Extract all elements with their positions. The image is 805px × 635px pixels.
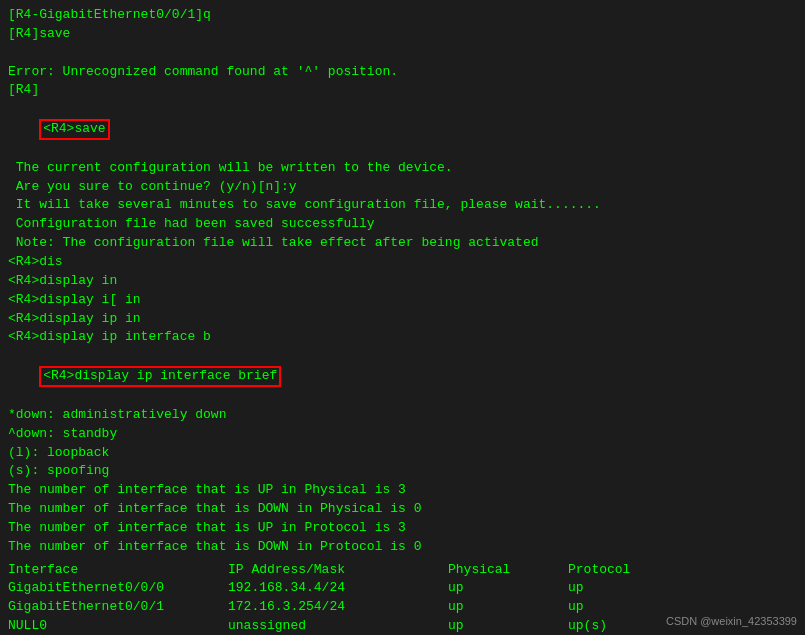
line-display-in: <R4>display in [8,272,797,291]
table-row: GigabitEthernet0/0/0 192.168.34.4/24 up … [8,579,797,598]
line-display-ip-b: <R4>display ip interface b [8,328,797,347]
display-brief-command-highlight: <R4>display ip interface brief [39,366,281,387]
table-header-row: Interface IP Address/Mask Physical Proto… [8,561,797,580]
line-config-1: The current configuration will be writte… [8,159,797,178]
line-dis: <R4>dis [8,253,797,272]
line-loopback: (l): loopback [8,444,797,463]
line-2: [R4]save [8,25,797,44]
table-cell-physical-2: up [448,617,568,635]
table-cell-protocol-0: up [568,579,688,598]
line-display-brief-highlight: <R4>display ip interface brief [8,347,797,406]
line-display-i: <R4>display i[ in [8,291,797,310]
line-spoofing: (s): spoofing [8,462,797,481]
line-config-4: Configuration file had been saved succes… [8,215,797,234]
table-cell-ip-1: 172.16.3.254/24 [228,598,448,617]
watermark: CSDN @weixin_42353399 [666,615,797,627]
line-error: Error: Unrecognized command found at '^'… [8,63,797,82]
line-down1: *down: administratively down [8,406,797,425]
col-header-physical: Physical [448,561,568,580]
table-cell-physical-1: up [448,598,568,617]
table-cell-interface-0: GigabitEthernet0/0/0 [8,579,228,598]
line-config-3: It will take several minutes to save con… [8,196,797,215]
line-display-ip: <R4>display ip in [8,310,797,329]
line-config-5: Note: The configuration file will take e… [8,234,797,253]
col-header-interface: Interface [8,561,228,580]
line-config-2: Are you sure to continue? (y/n)[n]:y [8,178,797,197]
terminal: [R4-GigabitEthernet0/0/1]q [R4]save Erro… [0,0,805,635]
line-stat2: The number of interface that is DOWN in … [8,500,797,519]
line-1: [R4-GigabitEthernet0/0/1]q [8,6,797,25]
table-cell-interface-2: NULL0 [8,617,228,635]
line-save-highlight: <R4>save [8,100,797,159]
line-r4: [R4] [8,81,797,100]
line-3 [8,44,797,63]
col-header-protocol: Protocol [568,561,688,580]
save-command-highlight: <R4>save [39,119,109,140]
table-cell-interface-1: GigabitEthernet0/0/1 [8,598,228,617]
line-down2: ^down: standby [8,425,797,444]
line-stat3: The number of interface that is UP in Pr… [8,519,797,538]
col-header-ip: IP Address/Mask [228,561,448,580]
line-stat1: The number of interface that is UP in Ph… [8,481,797,500]
table-cell-physical-0: up [448,579,568,598]
table-cell-ip-0: 192.168.34.4/24 [228,579,448,598]
line-stat4: The number of interface that is DOWN in … [8,538,797,557]
table-cell-ip-2: unassigned [228,617,448,635]
